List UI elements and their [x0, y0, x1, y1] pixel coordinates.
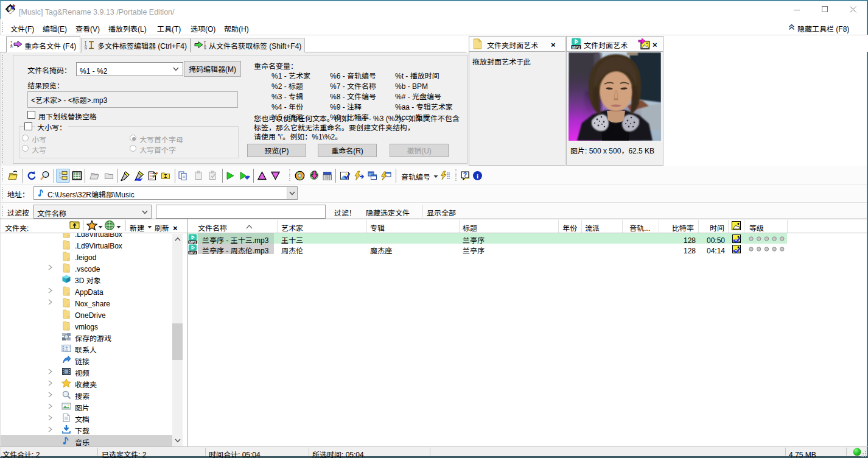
- svg-text:MP3: MP3: [572, 45, 580, 49]
- svg-text:G: G: [10, 45, 13, 49]
- svg-text:MP3: MP3: [189, 241, 196, 244]
- svg-text:MP3: MP3: [189, 251, 196, 255]
- svg-text:G: G: [204, 46, 206, 50]
- svg-text:i: i: [477, 172, 478, 180]
- svg-text:?: ?: [463, 171, 467, 178]
- svg-text:G: G: [85, 46, 87, 50]
